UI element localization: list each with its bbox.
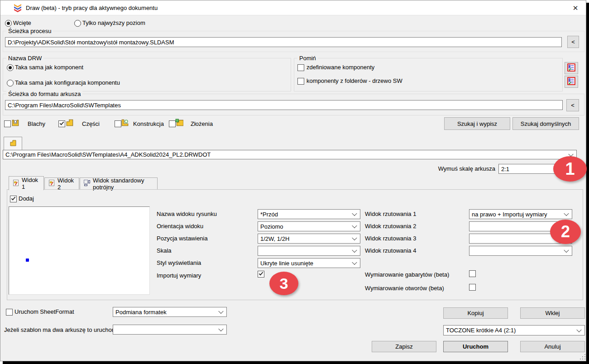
tab-widok-2-label: Widok 2 — [57, 177, 76, 191]
rzutowanie-1-label: Widok rzutowania 1 — [365, 211, 416, 217]
part-icon — [10, 139, 17, 148]
radio-taka-sama-konfiguracja[interactable] — [7, 80, 14, 86]
nazwa-widoku-combobox[interactable]: *Przód — [258, 209, 360, 219]
sheet-metal-icon — [11, 119, 19, 128]
skala-combobox[interactable] — [258, 246, 360, 256]
radio-wciete[interactable] — [5, 20, 12, 27]
uruchom-button[interactable]: Uruchom — [443, 341, 508, 352]
macrosolid-logo-icon — [13, 4, 22, 14]
tab-widok-2[interactable]: Widok 2 — [44, 177, 79, 190]
tab-widok-1[interactable]: Widok 1 — [9, 176, 44, 190]
close-icon[interactable]: ✕ — [571, 4, 580, 13]
process-path-browse-button[interactable]: < — [567, 36, 579, 48]
checkbox-komponenty-z-folderow[interactable] — [297, 78, 304, 85]
nazwa-widoku-label: Nazwa widoku rysunku — [157, 211, 217, 217]
rzutowanie-1-value: na prawo + Importuj wymiary — [472, 211, 547, 218]
preset-combobox[interactable]: TOCZONE krótkie A4 (2:1) — [443, 325, 585, 335]
chevron-down-icon — [218, 309, 223, 314]
two-sheets-combobox[interactable] — [113, 325, 227, 335]
radio-tylko-najwyzszy-label: Tylko najwyższy poziom — [82, 19, 145, 26]
pozycja-label: Pozycja wstawienia — [157, 235, 208, 242]
sheetformat-mode-combobox[interactable]: Podmiana formatek — [113, 307, 227, 317]
chevron-down-icon — [218, 326, 223, 331]
styl-combobox[interactable]: Ukryte linie usunięte — [258, 258, 360, 268]
wymiarowanie-gabarytow-label: Wymiarowanie gabarytów (beta) — [365, 271, 449, 278]
styl-label: Styl wyświetlania — [157, 259, 201, 266]
defined-components-list-button[interactable] — [565, 62, 578, 74]
annotation-badge-1: 1 — [553, 156, 587, 182]
sheetformat-mode-value: Podmiana formatek — [115, 309, 167, 316]
checkbox-wymiarowanie-gabarytow[interactable] — [469, 270, 476, 277]
szukaj-i-wypisz-button[interactable]: Szukaj i wypisz — [444, 117, 510, 130]
styl-value: Ukryte linie usunięte — [260, 260, 313, 267]
tab-widok-1-label: Widok 1 — [22, 177, 40, 190]
rzutowanie-4-label: Widok rzutowania 4 — [365, 247, 416, 254]
pozycja-combobox[interactable]: 1/2W, 1/2H — [258, 234, 360, 244]
checkbox-czesci-label: Części — [82, 120, 100, 127]
checkbox-dodaj[interactable] — [10, 196, 17, 202]
checkbox-zlozenia[interactable] — [169, 120, 176, 127]
nazwa-drw-group: Nazwa DRW — [3, 58, 291, 91]
chevron-down-icon — [352, 211, 357, 216]
drawing-view-icon — [48, 179, 55, 188]
kopiuj-button[interactable]: Kopiuj — [443, 307, 508, 319]
pozycja-value: 1/2W, 1/2H — [260, 235, 289, 242]
component-list-icon — [567, 77, 575, 86]
radio-tylko-najwyzszy[interactable] — [74, 20, 81, 27]
orientacja-combobox[interactable]: Poziomo — [258, 221, 360, 231]
template-path-value: C:\Program Files\MacroSolid\SWTemplates\… — [5, 151, 211, 158]
process-path-input[interactable] — [5, 37, 562, 47]
draw-dialog: Draw (beta) - tryb pracy dla aktywnego d… — [0, 0, 586, 361]
rzutowanie-3-label: Widok rzutowania 3 — [365, 235, 416, 242]
tab-widok-standardowy[interactable]: Widok standardowy potrójny — [80, 177, 158, 190]
uruchom-sheetformat-label: Uruchom SheetFormat — [14, 308, 74, 315]
folder-components-list-button[interactable] — [565, 76, 578, 88]
skala-label: Skala — [157, 247, 172, 254]
wklej-button[interactable]: Wklej — [520, 307, 585, 319]
wymus-skale-label: Wymuś skalę arkusza — [435, 165, 495, 172]
checkbox-czesci[interactable] — [58, 120, 65, 127]
zapisz-button[interactable]: Zapisz — [372, 341, 436, 352]
sheet-format-browse-button[interactable]: < — [566, 99, 579, 111]
rzutowanie-2-label: Widok rzutowania 2 — [365, 223, 416, 230]
drawing-view-icon — [12, 179, 19, 188]
two-sheets-label: Jeżeli szablon ma dwa arkuszę to uruchom — [4, 326, 117, 333]
template-path-combobox[interactable]: C:\Program Files\MacroSolid\SWTemplates\… — [3, 150, 577, 159]
window-title: Draw (beta) - tryb pracy dla aktywnego d… — [26, 5, 158, 11]
checkbox-uruchom-sheetformat[interactable] — [6, 309, 13, 316]
nazwa-drw-legend: Nazwa DRW — [6, 55, 43, 62]
triple-view-icon — [83, 179, 91, 188]
radio-taka-sama-komponent[interactable] — [7, 64, 14, 71]
checkbox-zdefiniowane-komponenty[interactable] — [297, 64, 304, 71]
nazwa-widoku-value: *Przód — [260, 211, 278, 218]
rzutowanie-4-combobox[interactable] — [469, 246, 572, 256]
checkbox-konstrukcja[interactable] — [115, 120, 121, 127]
preset-value: TOCZONE krótkie A4 (2:1) — [446, 327, 516, 334]
template-part-tab[interactable] — [4, 137, 22, 150]
chevron-down-icon — [576, 327, 581, 332]
view-position-dot — [26, 259, 29, 262]
pomin-legend: Pomiń — [297, 55, 318, 62]
tab-widok-standardowy-label: Widok standardowy potrójny — [93, 177, 154, 191]
annotation-badge-3: 3 — [269, 272, 298, 295]
rzutowanie-1-combobox[interactable]: na prawo + Importuj wymiary — [469, 209, 572, 219]
chevron-down-icon — [564, 248, 569, 253]
checkbox-wymiarowanie-otworow[interactable] — [469, 284, 476, 291]
title-bar: Draw (beta) - tryb pracy dla aktywnego d… — [0, 0, 586, 15]
sheet-format-path-input[interactable] — [5, 100, 563, 110]
chevron-down-icon — [564, 211, 569, 216]
checkbox-importuj-wymiary[interactable] — [258, 271, 264, 278]
resize-grip[interactable] — [580, 354, 585, 359]
radio-wciete-label: Wcięte — [13, 19, 31, 26]
checkbox-blachy[interactable] — [4, 120, 11, 127]
anuluj-button[interactable]: Anuluj — [520, 341, 585, 352]
radio-taka-sama-komponent-label: Taka sama jak komponent — [15, 64, 83, 71]
process-path-legend: Ścieżka procesu — [6, 28, 53, 34]
view-preview-panel — [9, 206, 150, 295]
orientacja-label: Orientacja widoku — [157, 223, 203, 230]
checkbox-zlozenia-label: Złożenia — [191, 120, 213, 127]
chevron-down-icon — [568, 151, 573, 156]
assembly-icon — [175, 119, 183, 128]
checkbox-konstrukcja-label: Konstrukcja — [133, 120, 164, 127]
szukaj-domyslnych-button[interactable]: Szukaj domyślnych — [512, 117, 579, 130]
